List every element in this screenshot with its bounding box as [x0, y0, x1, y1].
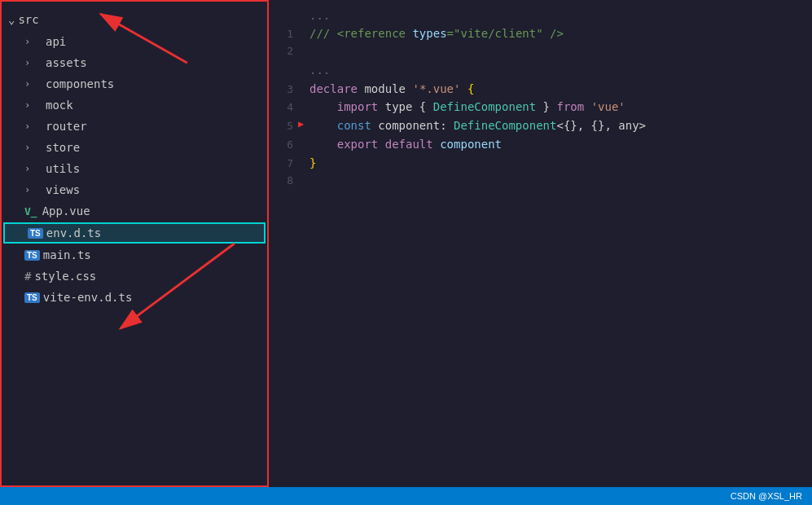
sidebar-item-views[interactable]: › views: [2, 179, 267, 200]
folder-name: router: [46, 120, 87, 133]
sidebar-item-store[interactable]: › store: [2, 137, 267, 158]
folder-name: mock: [46, 99, 73, 112]
folder-name: utils: [46, 162, 80, 175]
sidebar-item-style-css[interactable]: # style.css: [2, 266, 267, 287]
line-content: }: [309, 154, 812, 172]
status-text: CSDN @XSL_HR: [731, 491, 802, 501]
folder-name: assets: [46, 56, 87, 69]
chevron-right-icon: ›: [24, 78, 41, 90]
folder-name: api: [46, 35, 66, 48]
ts-badge-icon: TS: [24, 250, 40, 261]
breakpoint-marker: ▶: [298, 116, 304, 132]
sidebar-item-src[interactable]: ⌄ src: [2, 8, 267, 31]
code-line-2: 2: [269, 43, 812, 61]
ts-badge-icon: TS: [24, 292, 40, 303]
vue-icon: V̲: [24, 205, 37, 217]
file-name: env.d.ts: [46, 226, 101, 239]
chevron-right-icon: ›: [24, 184, 41, 195]
sidebar-item-app-vue[interactable]: V̲ App.vue: [2, 200, 267, 222]
sidebar-item-env-d-ts[interactable]: TS env.d.ts: [3, 222, 266, 244]
folder-label: src: [18, 13, 38, 26]
sidebar-item-mock[interactable]: › mock: [2, 94, 267, 116]
line-number: 3: [269, 81, 309, 99]
chevron-right-icon: ›: [24, 142, 41, 153]
sidebar-item-vite-env-d-ts[interactable]: TS vite-env.d.ts: [2, 287, 267, 308]
file-explorer: ⌄ src › api › assets › components › mock…: [0, 0, 269, 487]
sidebar-item-components[interactable]: › components: [2, 73, 267, 94]
line-content: declare module '*.vue' {: [309, 80, 812, 98]
line-content: const component: DefineComponent<{}, {},…: [309, 116, 812, 134]
sidebar-item-main-ts[interactable]: TS main.ts: [2, 244, 267, 266]
sidebar-item-assets[interactable]: › assets: [2, 52, 267, 73]
sidebar-item-router[interactable]: › router: [2, 116, 267, 137]
chevron-right-icon: ›: [24, 121, 41, 132]
line-number: 2: [269, 43, 309, 60]
file-name: main.ts: [43, 248, 91, 261]
code-editor: ... 1 /// <reference types="vite/client"…: [269, 0, 812, 487]
chevron-right-icon: ›: [24, 57, 41, 68]
file-name: App.vue: [42, 204, 90, 217]
css-hash-icon: #: [24, 270, 31, 283]
file-name: style.css: [34, 270, 96, 283]
code-dots-top: ...: [269, 7, 812, 24]
line-content: /// <reference types="vite/client" />: [309, 24, 812, 42]
line-number: 1: [269, 26, 309, 43]
code-line-3: 3 declare module '*.vue' {: [269, 80, 812, 99]
line-number: 7: [269, 156, 309, 173]
folder-name: views: [46, 183, 80, 196]
code-dots-mid: ...: [269, 61, 812, 79]
code-line-7: 7 }: [269, 154, 812, 173]
file-name: vite-env.d.ts: [43, 291, 133, 304]
ts-badge-icon: TS: [28, 228, 43, 239]
line-number: 4: [269, 99, 309, 116]
chevron-right-icon: ›: [24, 36, 41, 47]
status-bar: CSDN @XSL_HR: [0, 487, 812, 505]
line-content: export default component: [309, 135, 812, 153]
code-line-4: 4 import type { DefineComponent } from '…: [269, 98, 812, 116]
line-number: 6: [269, 137, 309, 154]
folder-name: components: [46, 77, 114, 90]
sidebar-item-api[interactable]: › api: [2, 31, 267, 52]
code-line-5: ▶ 5 const component: DefineComponent<{},…: [269, 116, 812, 135]
folder-name: store: [46, 141, 80, 154]
code-line-8: 8: [269, 173, 812, 191]
chevron-down-icon: ⌄: [8, 13, 15, 26]
sidebar-item-utils[interactable]: › utils: [2, 158, 267, 179]
line-content: import type { DefineComponent } from 'vu…: [309, 98, 812, 116]
chevron-right-icon: ›: [24, 163, 41, 174]
code-line-1: 1 /// <reference types="vite/client" />: [269, 24, 812, 43]
line-number: 8: [269, 173, 309, 190]
code-line-6: 6 export default component: [269, 135, 812, 154]
chevron-right-icon: ›: [24, 99, 41, 111]
